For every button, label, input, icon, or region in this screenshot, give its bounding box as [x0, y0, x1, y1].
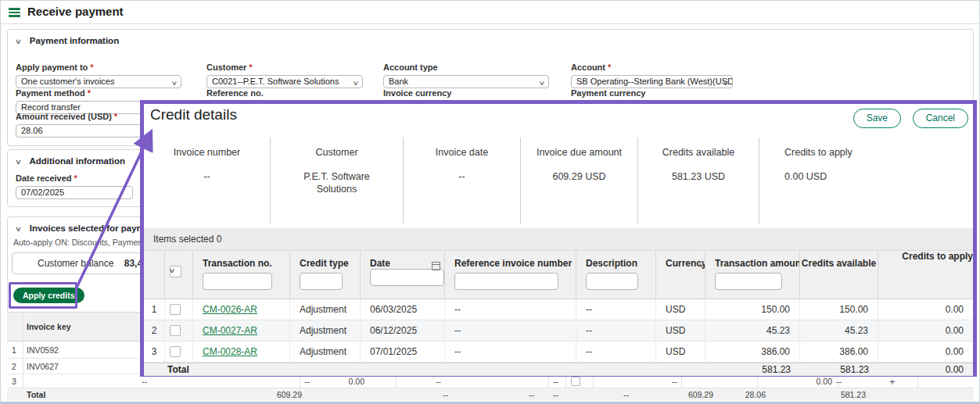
invoices-selected-section-header[interactable]: ∨ Invoices selected for payment [16, 223, 158, 233]
total-value: 609.29 [668, 390, 713, 399]
required-marker: * [608, 63, 611, 72]
currency-cell: USD [656, 299, 705, 320]
section-title: Additional information [29, 156, 125, 166]
credit-row[interactable]: 2 CM-0027-AR Adjustment 06/12/2025 -- --… [144, 320, 973, 341]
total-value: 609.29 [255, 390, 302, 399]
currency-header: Currency ∨ [656, 251, 705, 299]
reference-cell: -- [445, 341, 576, 362]
apply-payment-to-select[interactable]: One customer's invoices∨ [16, 75, 181, 88]
cell-value: -- [142, 377, 147, 386]
cell-value: 0.00 [325, 377, 364, 386]
row-number-header [144, 251, 165, 299]
chevron-down-icon: ∨ [723, 77, 730, 88]
credits-table-header: ∨ Transaction no. Credit type Date Refer… [144, 251, 973, 299]
total-value: -- [553, 390, 558, 399]
total-value: -- [443, 390, 448, 399]
cell-value: -- [836, 377, 842, 386]
required-marker: * [249, 63, 252, 72]
date-cell: 06/03/2025 [361, 299, 445, 320]
reference-invoice-filter-input[interactable] [454, 273, 558, 290]
description-filter-input[interactable] [586, 273, 638, 290]
summary-label: Invoice date [404, 147, 520, 158]
credit-row[interactable]: 3 CM-0028-AR Adjustment 07/01/2025 -- --… [144, 341, 973, 363]
date-received-input[interactable]: 07/02/2025 [16, 186, 133, 199]
reference-no-label: Reference no. [206, 88, 363, 98]
summary-value: 0.00 USD [784, 170, 973, 183]
date-cell: 07/01/2025 [361, 341, 445, 362]
chevron-down-icon: ∨ [15, 158, 22, 166]
account-type-select[interactable]: Bank∨ [383, 75, 549, 88]
summary-invoice-due-amount: Invoice due amount 609.29 USD [521, 138, 638, 223]
select-all-header: ∨ [165, 251, 193, 299]
summary-credits-to-apply: Credits to apply 0.00 USD [759, 138, 973, 223]
row-checkbox[interactable] [170, 304, 181, 315]
cancel-button[interactable]: Cancel [913, 109, 968, 128]
summary-customer: Customer P.E.T. Software Solutions [271, 138, 404, 223]
summary-value: -- [404, 170, 520, 183]
credits-to-apply-cell: 0.00 [878, 299, 973, 320]
transaction-no-filter-input[interactable] [203, 273, 272, 290]
summary-label: Invoice number [144, 147, 270, 158]
additional-information-section-header[interactable]: ∨ Additional information [16, 156, 125, 166]
checkbox-cell [165, 341, 193, 362]
apply-credits-highlight-box [9, 282, 77, 309]
credits-table: ∨ Transaction no. Credit type Date Refer… [144, 251, 973, 376]
summary-label: Credits to apply [784, 147, 973, 158]
invoice-table-total-row: Total 609.29 -- -- -- -- 609.29 28.06 58… [7, 388, 974, 401]
description-cell: -- [576, 299, 656, 320]
date-filter-input[interactable] [370, 269, 444, 286]
row-number: 1 [12, 345, 16, 355]
row-number: 3 [12, 377, 16, 386]
checkbox-cell [165, 320, 193, 341]
apply-payment-to-label: Apply payment to* [16, 63, 181, 72]
hamburger-menu-icon[interactable] [9, 8, 20, 17]
cell-value: -- [436, 377, 441, 386]
summary-invoice-number: Invoice number -- [144, 138, 271, 223]
amount-received-value: 28.06 [21, 126, 43, 135]
credit-row[interactable]: 1 CM-0026-AR Adjustment 06/03/2025 -- --… [144, 299, 973, 320]
row-checkbox[interactable] [170, 325, 181, 336]
description-cell: -- [576, 320, 656, 341]
save-button[interactable]: Save [853, 109, 901, 128]
modal-title: Credit details [150, 106, 237, 123]
transaction-amount-header: Transaction amount [705, 251, 800, 299]
items-selected-bar: Items selected 0 [144, 228, 973, 251]
account-value: SB Operating--Sterling Bank (West)(USD) [576, 77, 733, 86]
account-select[interactable]: SB Operating--Sterling Bank (West)(USD)∨ [571, 75, 733, 88]
credits-to-apply-cell: 0.00 [878, 320, 973, 341]
calendar-icon[interactable] [432, 262, 440, 270]
summary-label: Invoice due amount [521, 147, 637, 158]
grid-divider [23, 374, 23, 388]
amount-cell: 150.00 [705, 299, 800, 320]
transaction-link[interactable]: CM-0027-AR [203, 325, 257, 336]
summary-value: 581.23 USD [638, 170, 759, 183]
credits-available-cell: 386.00 [800, 341, 878, 362]
account-type-value: Bank [389, 77, 408, 86]
required-marker: * [90, 63, 93, 72]
transaction-no-header: Transaction no. [193, 251, 290, 299]
invoice-currency-label: Invoice currency [383, 88, 549, 98]
customer-value: C0021--P.E.T. Software Solutions [212, 77, 339, 86]
cell-value: 0.00 [793, 377, 832, 386]
transaction-no-cell: CM-0027-AR [193, 320, 290, 341]
payment-method-label: Payment method* [16, 88, 181, 98]
credit-type-filter-input[interactable] [300, 273, 343, 290]
transaction-link[interactable]: CM-0028-AR [203, 346, 257, 357]
row-checkbox[interactable] [571, 377, 580, 386]
total-credits-to-apply: 0.00 [878, 363, 973, 376]
payment-information-section-header[interactable]: ∨ Payment information [16, 36, 119, 45]
reference-invoice-header: Reference invoice number [445, 251, 576, 299]
credit-type-cell: Adjustment [290, 320, 361, 341]
transaction-amount-filter-input[interactable] [715, 273, 782, 290]
customer-balance-label: Customer balance [38, 258, 113, 269]
row-checkbox[interactable] [170, 346, 181, 357]
add-row-icon[interactable]: + [889, 375, 896, 387]
customer-select[interactable]: C0021--P.E.T. Software Solutions∨ [206, 75, 363, 88]
grid-divider [23, 359, 23, 374]
currency-cell: USD [656, 341, 705, 362]
total-label: Total [165, 363, 290, 376]
cell-value: -- [553, 377, 558, 386]
invoice-key: INV0627 [27, 362, 59, 371]
transaction-link[interactable]: CM-0026-AR [203, 304, 257, 315]
summary-credits-available: Credits available 581.23 USD [638, 138, 759, 223]
